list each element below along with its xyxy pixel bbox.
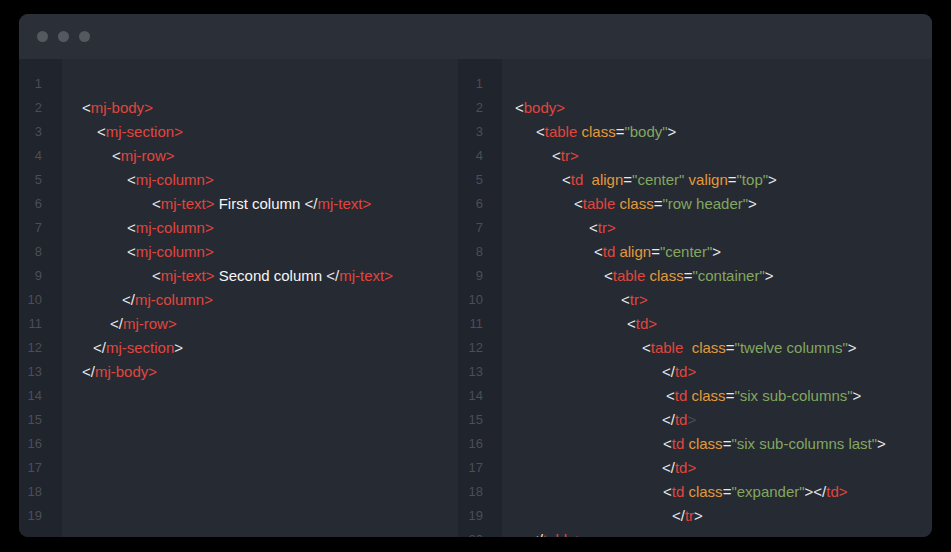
tag-token: td bbox=[672, 483, 685, 500]
string-token: "center" bbox=[660, 243, 712, 260]
mjml-code-area[interactable]: <mj-body><mj-section><mj-row><mj-column>… bbox=[62, 59, 458, 537]
code-line: <td class="six sub-columns last"> bbox=[502, 432, 932, 456]
bracket-token: </ bbox=[122, 291, 135, 308]
bracket-token: < bbox=[152, 195, 161, 212]
line-number: 18 bbox=[19, 480, 42, 504]
tag-token: > bbox=[204, 291, 213, 308]
attribute-token: class bbox=[577, 123, 615, 140]
bracket-token: = bbox=[651, 243, 660, 260]
tag-token: mj-column bbox=[136, 171, 205, 188]
line-number: 15 bbox=[458, 408, 483, 432]
bracket-token: > bbox=[768, 171, 777, 188]
tag-token: td bbox=[571, 171, 584, 188]
line-number: 9 bbox=[458, 264, 483, 288]
line-number: 7 bbox=[458, 216, 483, 240]
line-number: 15 bbox=[19, 408, 42, 432]
bracket-token: < bbox=[536, 123, 545, 140]
code-line: <td align="center"> bbox=[502, 240, 932, 264]
bracket-token: </ bbox=[813, 483, 826, 500]
line-number: 1 bbox=[458, 72, 483, 96]
bracket-token: > bbox=[174, 339, 183, 356]
code-line: <body> bbox=[502, 96, 932, 120]
tag-token: mj-column bbox=[135, 291, 204, 308]
bracket-token: </ bbox=[82, 363, 95, 380]
window-control-close[interactable] bbox=[37, 31, 48, 42]
bracket-token: = bbox=[623, 171, 632, 188]
tag-token: td bbox=[636, 315, 649, 332]
bracket-token: < bbox=[82, 99, 91, 116]
string-token: "container" bbox=[692, 267, 764, 284]
tag-token: > bbox=[639, 291, 648, 308]
attribute-token: class bbox=[683, 339, 726, 356]
bracket-token: < bbox=[621, 291, 630, 308]
tag-token: table bbox=[545, 123, 578, 140]
page-background: { "window": { "controls": [ {"name": "wi… bbox=[0, 0, 951, 552]
bracket-token: < bbox=[552, 147, 561, 164]
window-control-minimize[interactable] bbox=[58, 31, 69, 42]
code-line: <mj-column> bbox=[62, 240, 458, 264]
tag-token: mj-text bbox=[317, 195, 362, 212]
text-token: First column bbox=[215, 195, 305, 212]
line-number: 6 bbox=[458, 192, 483, 216]
bracket-token: > bbox=[877, 435, 886, 452]
html-line-number-gutter: 1234567891011121314151617181920 bbox=[458, 59, 502, 537]
line-number: 14 bbox=[458, 384, 483, 408]
line-number: 10 bbox=[19, 288, 42, 312]
string-token: "twelve columns" bbox=[735, 339, 848, 356]
tag-token: > bbox=[174, 123, 183, 140]
bracket-token: </ bbox=[110, 315, 123, 332]
code-line: </td> bbox=[502, 408, 932, 432]
bracket-token: </ bbox=[93, 339, 106, 356]
bracket-token: < bbox=[574, 195, 583, 212]
tag-token: td bbox=[675, 411, 688, 428]
attribute-token: class bbox=[645, 267, 683, 284]
line-number: 9 bbox=[19, 264, 42, 288]
line-number: 16 bbox=[458, 432, 483, 456]
code-line: <table class="twelve columns"> bbox=[502, 336, 932, 360]
bracket-token: = bbox=[728, 171, 737, 188]
code-line bbox=[502, 72, 932, 96]
line-number: 3 bbox=[19, 120, 42, 144]
bracket-token: </ bbox=[672, 507, 685, 524]
line-number: 13 bbox=[458, 360, 483, 384]
code-line bbox=[62, 480, 458, 504]
window-control-zoom[interactable] bbox=[79, 31, 90, 42]
tag-token: > bbox=[168, 315, 177, 332]
html-code-area[interactable]: <body><table class="body"><tr><td align=… bbox=[502, 59, 932, 537]
mjml-source-panel: 12345678910111213141516171819 <mj-body><… bbox=[19, 59, 458, 537]
string-token: "top" bbox=[737, 171, 769, 188]
bracket-token: < bbox=[642, 339, 651, 356]
code-line: <mj-section> bbox=[62, 120, 458, 144]
code-line: </mj-column> bbox=[62, 288, 458, 312]
bracket-token: </ bbox=[305, 195, 318, 212]
bracket-token: < bbox=[97, 123, 106, 140]
code-line: </td> bbox=[502, 456, 932, 480]
code-line: <mj-column> bbox=[62, 216, 458, 240]
bracket-token: < bbox=[604, 267, 613, 284]
line-number: 4 bbox=[458, 144, 483, 168]
tag-token: td bbox=[672, 435, 685, 452]
line-number: 19 bbox=[458, 504, 483, 528]
tag-token: table bbox=[613, 267, 646, 284]
dim-token: > bbox=[687, 411, 696, 428]
tag-token: td bbox=[675, 363, 688, 380]
code-line: <table class="body"> bbox=[502, 120, 932, 144]
line-number: 19 bbox=[19, 504, 42, 528]
code-line: <mj-text> First column </mj-text> bbox=[62, 192, 458, 216]
string-token: "six sub-columns last" bbox=[731, 435, 877, 452]
bracket-token: < bbox=[663, 483, 672, 500]
code-line: <table class="row header"> bbox=[502, 192, 932, 216]
bracket-token: < bbox=[627, 315, 636, 332]
tag-token: mj-body bbox=[95, 363, 148, 380]
code-line: <td class="expander"></td> bbox=[502, 480, 932, 504]
tag-token: mj-body bbox=[91, 99, 144, 116]
tag-token: > bbox=[384, 267, 393, 284]
bracket-token: < bbox=[663, 435, 672, 452]
attribute-token: align bbox=[615, 243, 651, 260]
tag-token: mj-row bbox=[123, 315, 168, 332]
code-line bbox=[62, 504, 458, 528]
editor-window: 12345678910111213141516171819 <mj-body><… bbox=[19, 14, 932, 537]
bracket-token: > bbox=[848, 339, 857, 356]
code-line: <td> bbox=[502, 312, 932, 336]
bracket-token: > bbox=[712, 243, 721, 260]
